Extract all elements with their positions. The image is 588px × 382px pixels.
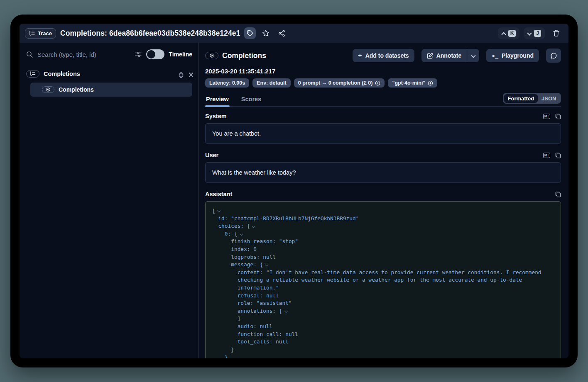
formatted-option[interactable]: Formatted xyxy=(504,94,538,103)
code-line: id: "chatcmpl-BD7XRulRhULb7NjGfeOkhN3BB9… xyxy=(212,215,554,223)
tag-icon xyxy=(247,30,253,36)
body-row: Timeline Completions xyxy=(20,43,568,358)
trace-title: Completions: 6dea86b6feae03db538e248b38e… xyxy=(60,29,240,38)
chat-bubble-icon xyxy=(550,52,557,59)
filter-settings-icon[interactable] xyxy=(135,51,142,58)
code-line: refusal: null xyxy=(212,292,554,300)
collapse-all-icon[interactable] xyxy=(189,71,192,76)
markdown-toggle-icon[interactable]: M↓ xyxy=(543,114,550,119)
favorite-button[interactable] xyxy=(260,27,272,39)
annotate-button[interactable]: Annotate xyxy=(421,49,467,62)
collapse-chevron-icon[interactable] xyxy=(284,309,288,313)
search-icon xyxy=(26,51,33,58)
edit-icon xyxy=(427,53,433,59)
search-input[interactable] xyxy=(37,51,130,58)
chevron-down-icon xyxy=(471,54,475,58)
playground-button[interactable]: >_ Playground xyxy=(486,49,539,62)
tree-child-label: Completions xyxy=(59,86,94,93)
trace-type-badge: Trace xyxy=(25,28,56,39)
json-option[interactable]: JSON xyxy=(538,94,560,103)
timeline-toggle[interactable] xyxy=(146,49,164,59)
annotate-dropdown-button[interactable] xyxy=(467,49,479,62)
markdown-toggle-icon[interactable]: M↓ xyxy=(543,153,550,158)
code-line: index: 0 xyxy=(212,246,554,253)
observation-panel: Completions + Add to datasets xyxy=(198,43,568,358)
badges-row: Latency: 0.00s Env: default 0 prompt → 0… xyxy=(205,78,561,88)
assistant-section-header: Assistant xyxy=(205,191,561,197)
code-line: choices: [ xyxy=(212,222,554,230)
latency-badge: Latency: 0.00s xyxy=(205,78,249,88)
expand-all-icon[interactable] xyxy=(179,71,182,77)
tabs-row: Preview Scores Formatted JSON xyxy=(205,93,561,107)
generation-pill-icon xyxy=(42,86,54,93)
list-tree-icon xyxy=(29,31,35,36)
model-badge[interactable]: "gpt-4o-mini" xyxy=(388,78,437,88)
system-message-box: You are a chatbot. xyxy=(205,123,561,144)
trace-app: Trace Completions: 6dea86b6feae03db538e2… xyxy=(20,24,568,358)
tab-preview[interactable]: Preview xyxy=(205,93,230,106)
observation-title: Completions xyxy=(222,51,266,60)
keyboard-shortcut-k: K xyxy=(508,30,516,37)
share-button[interactable] xyxy=(276,27,287,39)
collapse-chevron-icon[interactable] xyxy=(265,263,269,266)
search-row: Timeline xyxy=(26,49,192,59)
trace-pill-icon xyxy=(26,70,39,78)
code-line: message: { xyxy=(212,261,554,269)
user-label: User xyxy=(205,152,543,158)
user-section-header: User M↓ xyxy=(205,152,561,158)
next-trace-button[interactable]: J xyxy=(524,27,545,39)
code-line: function_call: null xyxy=(212,331,554,338)
code-line: finish_reason: "stop" xyxy=(212,238,554,246)
collapse-chevron-icon[interactable] xyxy=(240,232,243,236)
terminal-icon: >_ xyxy=(492,53,498,59)
code-line: } xyxy=(212,353,554,358)
user-message-box: What is the weather like today? xyxy=(205,162,561,183)
collapse-chevron-icon[interactable] xyxy=(252,224,256,228)
star-icon xyxy=(262,29,270,37)
info-icon xyxy=(375,80,380,86)
comment-button[interactable] xyxy=(546,49,561,63)
tree-guide-line xyxy=(33,78,33,94)
assistant-label: Assistant xyxy=(205,191,555,197)
tree-item-completions-selected[interactable]: Completions xyxy=(30,83,192,97)
annotate-split-button: Annotate xyxy=(421,49,480,62)
code-line: ] xyxy=(212,315,554,323)
plus-icon: + xyxy=(358,53,362,58)
timeline-label: Timeline xyxy=(169,51,192,58)
assistant-json-viewer[interactable]: {id: "chatcmpl-BD7XRulRhULb7NjGfeOkhN3BB… xyxy=(205,201,561,358)
generation-pill-icon xyxy=(205,52,218,59)
code-line: content: "I don't have real-time data ac… xyxy=(212,269,554,292)
collapse-chevron-icon[interactable] xyxy=(217,209,221,212)
code-line: 0: { xyxy=(212,230,554,238)
add-to-datasets-button[interactable]: + Add to datasets xyxy=(353,49,414,62)
trace-tree-sidebar: Timeline Completions xyxy=(20,43,198,358)
copy-icon[interactable] xyxy=(555,191,561,197)
code-line: audio: null xyxy=(212,323,554,331)
code-line: { xyxy=(212,207,554,215)
system-label: System xyxy=(205,113,543,119)
copy-icon[interactable] xyxy=(555,152,561,158)
tree-root-row[interactable]: Completions xyxy=(26,70,192,78)
app-window: Trace Completions: 6dea86b6feae03db538e2… xyxy=(10,15,578,367)
token-usage-badge[interactable]: 0 prompt → 0 completion (Σ 0) xyxy=(294,78,385,88)
tab-scores[interactable]: Scores xyxy=(240,93,262,106)
system-section-header: System M↓ xyxy=(205,113,561,119)
tree-root-label: Completions xyxy=(44,71,175,77)
format-view-toggle: Formatted JSON xyxy=(503,93,561,104)
code-line: tool_calls: null xyxy=(212,338,554,346)
keyboard-shortcut-j: J xyxy=(534,30,541,37)
code-line: logprobs: null xyxy=(212,253,554,261)
delete-trace-button[interactable] xyxy=(549,26,563,40)
trash-icon xyxy=(553,29,560,37)
toggle-knob xyxy=(147,50,155,58)
chevron-up-icon xyxy=(502,32,505,35)
observation-header: Completions + Add to datasets xyxy=(205,49,561,63)
chevron-down-icon xyxy=(527,32,531,35)
tag-button[interactable] xyxy=(244,27,256,39)
circle-plus-icon xyxy=(428,80,433,86)
code-line: role: "assistant" xyxy=(212,299,554,307)
copy-icon[interactable] xyxy=(555,113,561,119)
code-line: } xyxy=(212,346,554,354)
io-content[interactable]: System M↓ You are a chatbot. User M↓ xyxy=(205,107,561,358)
prev-trace-button[interactable]: K xyxy=(498,27,520,39)
